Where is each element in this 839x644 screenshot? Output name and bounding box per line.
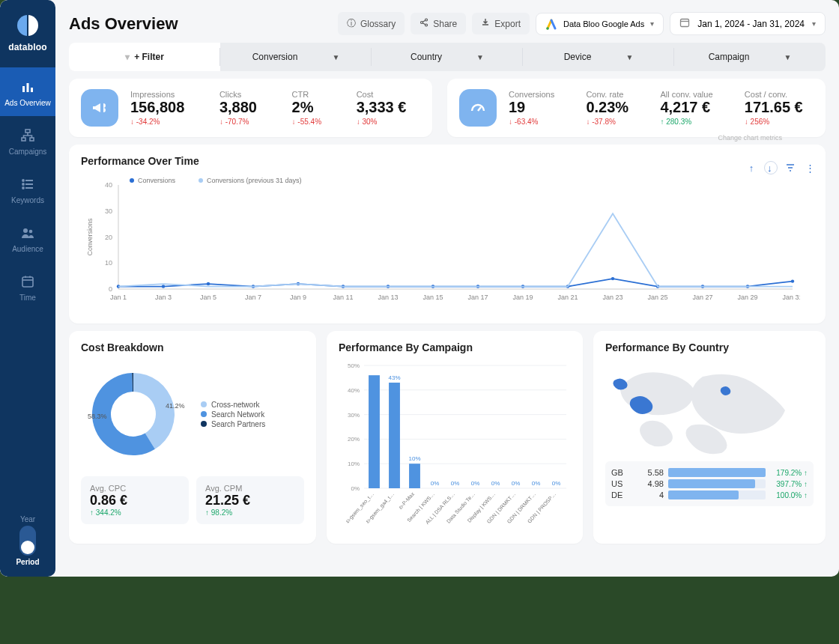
chart-toolbar: ↑ ↓ ⋮ xyxy=(745,161,817,174)
svg-rect-6 xyxy=(30,138,34,141)
google-ads-icon xyxy=(545,18,557,30)
svg-text:40: 40 xyxy=(105,181,112,189)
kpi-delta: ↓ -34.2% xyxy=(130,118,199,126)
filter-icon: ▾ xyxy=(125,52,130,62)
svg-text:Jan 9: Jan 9 xyxy=(290,294,306,301)
svg-text:Jan 27: Jan 27 xyxy=(692,294,712,301)
avg-cpm-card: Avg. CPM 21.25 € ↑ 98.2% xyxy=(196,476,304,524)
country-code: DE xyxy=(611,490,637,499)
svg-text:Jan 15: Jan 15 xyxy=(422,294,443,301)
avg-cpc-card: Avg. CPC 0.86 € ↑ 344.2% xyxy=(81,476,189,524)
svg-text:Conversions: Conversions xyxy=(86,218,94,256)
toggle-period-label: Period xyxy=(16,558,39,566)
svg-text:30%: 30% xyxy=(348,412,360,419)
country-value: 5.58 xyxy=(641,468,664,477)
svg-point-14 xyxy=(29,230,33,234)
sitemap-icon xyxy=(20,128,35,143)
svg-text:20: 20 xyxy=(105,234,112,241)
country-row: US 4.98 397.7% ↑ xyxy=(611,479,808,488)
sidebar: databloo Ads Overview Campaigns Keywords… xyxy=(0,0,55,577)
tab-conversion[interactable]: Conversion▼ xyxy=(220,43,372,71)
svg-text:10%: 10% xyxy=(348,461,360,467)
chevron-down-icon: ▼ xyxy=(784,53,791,61)
tab-campaign[interactable]: Campaign▼ xyxy=(674,43,826,71)
sidebar-item-keywords[interactable]: Keywords xyxy=(0,165,55,213)
glossary-button[interactable]: ⓘ Glossary xyxy=(338,12,405,35)
kpi-value: 19 xyxy=(509,99,565,116)
chevron-down-icon: ▼ xyxy=(476,53,484,61)
country-change: 100.0% ↑ xyxy=(770,491,808,499)
metric-label: Avg. CPC xyxy=(90,484,180,493)
country-value: 4.98 xyxy=(641,479,664,488)
sidebar-item-audience[interactable]: Audience xyxy=(0,213,55,262)
tab-country[interactable]: Country▼ xyxy=(372,43,523,71)
kpi-card-right: Conversions 19 ↓ -63.4%Conv. rate 0.23% … xyxy=(447,79,826,137)
svg-point-13 xyxy=(23,228,28,233)
kpi-label: Conv. rate xyxy=(586,90,639,99)
panel-title: Performance By Campaign xyxy=(339,341,571,353)
tab-filter[interactable]: ▾ + Filter xyxy=(69,43,220,71)
svg-rect-94 xyxy=(409,464,420,488)
tab-device[interactable]: Device▼ xyxy=(523,43,674,71)
legend-item: Search Network xyxy=(201,410,265,419)
chevron-down-icon: ▼ xyxy=(626,53,633,61)
svg-text:30: 30 xyxy=(105,207,112,215)
svg-text:20%: 20% xyxy=(348,436,360,443)
filter-icon[interactable] xyxy=(784,161,797,174)
svg-rect-4 xyxy=(25,130,30,133)
svg-rect-25 xyxy=(681,19,689,27)
kpi-row: Impressions 156,808 ↓ -34.2%Clicks 3,880… xyxy=(69,79,826,137)
sidebar-item-campaigns[interactable]: Campaigns xyxy=(0,116,55,165)
panel-title: Performance By Country xyxy=(605,341,814,353)
kpi-item: All conv. value 4,217 € ↑ 280.3% xyxy=(660,90,723,126)
svg-rect-15 xyxy=(22,277,33,287)
sidebar-item-time[interactable]: Time xyxy=(0,262,55,311)
kpi-delta: ↓ -37.8% xyxy=(586,118,639,126)
connector-select[interactable]: Data Bloo Google Ads ▾ xyxy=(536,13,664,35)
metric-value: 0.86 € xyxy=(90,493,180,508)
glossary-label: Glossary xyxy=(360,19,396,29)
svg-point-9 xyxy=(22,183,24,185)
svg-text:Jan 25: Jan 25 xyxy=(647,294,667,301)
country-bar xyxy=(668,479,766,488)
sidebar-item-label: Campaigns xyxy=(9,148,47,156)
date-range-select[interactable]: Jan 1, 2024 - Jan 31, 2024 ▾ xyxy=(670,12,826,35)
tab-label: + Filter xyxy=(134,52,164,62)
more-icon[interactable]: ⋮ xyxy=(803,161,817,174)
kpi-label: Cost xyxy=(357,90,420,99)
svg-text:Jan 19: Jan 19 xyxy=(512,294,533,301)
svg-line-22 xyxy=(422,20,425,22)
metric-delta: ↑ 344.2% xyxy=(90,508,180,517)
svg-text:Jan 17: Jan 17 xyxy=(467,294,488,301)
logo-icon xyxy=(16,13,40,37)
date-range-label: Jan 1, 2024 - Jan 31, 2024 xyxy=(697,19,805,29)
bar-chart-icon xyxy=(20,79,35,94)
sidebar-item-ads-overview[interactable]: Ads Overview xyxy=(0,67,55,116)
donut-legend: Cross-networkSearch NetworkSearch Partne… xyxy=(201,399,265,430)
kpi-label: All conv. value xyxy=(660,90,723,99)
chevron-down-icon: ▾ xyxy=(650,19,654,28)
country-change: 179.2% ↑ xyxy=(770,469,808,477)
svg-text:10%: 10% xyxy=(408,455,420,462)
export-button[interactable]: Export xyxy=(472,13,530,34)
kpi-item: Clicks 3,880 ↓ -70.7% xyxy=(219,90,271,126)
bar-chart: 0%10%20%30%40%50%ει-gsem_seo_t…43%ει-gse… xyxy=(339,358,571,530)
svg-text:0: 0 xyxy=(109,285,112,293)
share-icon xyxy=(420,18,428,29)
svg-point-73 xyxy=(199,178,203,183)
svg-text:Jan 1: Jan 1 xyxy=(110,294,127,301)
filter-tabs: ▾ + Filter Conversion▼ Country▼ Device▼ … xyxy=(69,43,826,71)
svg-text:Jan 23: Jan 23 xyxy=(602,294,623,301)
metric-picker-button[interactable]: ↓ xyxy=(764,161,778,174)
svg-text:Jan 7: Jan 7 xyxy=(245,294,261,301)
period-toggle[interactable]: Year Period xyxy=(16,515,39,566)
kpi-label: CTR xyxy=(292,90,336,99)
svg-text:50%: 50% xyxy=(348,362,360,369)
arrow-up-icon[interactable]: ↑ xyxy=(745,161,758,174)
svg-point-57 xyxy=(207,282,210,285)
megaphone-icon xyxy=(81,89,118,127)
performance-by-country-panel: Performance By Country GB 5.58 179.2% xyxy=(593,331,826,544)
calendar-icon xyxy=(20,274,35,289)
performance-by-campaign-panel: Performance By Campaign 0%10%20%30%40%50… xyxy=(327,331,583,544)
share-button[interactable]: Share xyxy=(411,13,466,34)
